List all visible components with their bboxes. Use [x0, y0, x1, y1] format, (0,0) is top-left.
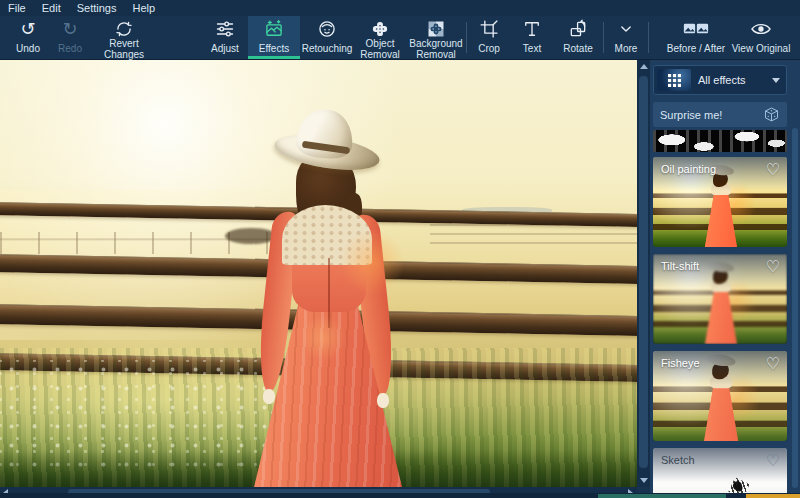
view-controls: Before / After View Original [664, 16, 794, 59]
adjust-button[interactable]: Adjust [202, 16, 248, 59]
redo-icon: ↻ [62, 20, 77, 38]
toolbar-separator [648, 22, 649, 53]
favorite-heart-icon[interactable]: ♡ [766, 451, 780, 470]
more-button[interactable]: More [604, 16, 648, 59]
toolbar: ↺ Undo ↻ Redo Revert Changes [0, 16, 800, 60]
photo-woman-cuff [263, 389, 275, 404]
patch-icon [370, 19, 390, 39]
menu-file[interactable]: File [8, 2, 26, 14]
favorite-heart-icon[interactable]: ♡ [766, 160, 780, 179]
undo-button[interactable]: ↺ Undo [6, 16, 50, 59]
effect-card-sketch[interactable]: Sketch ♡ [653, 448, 787, 498]
redo-button[interactable]: ↻ Redo [50, 16, 90, 59]
dice-icon [763, 106, 780, 123]
effects-button[interactable]: Effects [248, 16, 300, 59]
effect-card-tilt-shift[interactable]: Tilt-shift ♡ [653, 254, 787, 344]
revert-changes-button[interactable]: Revert Changes [90, 16, 158, 59]
partial-save-button[interactable] [746, 494, 800, 498]
canvas-vertical-scrollbar[interactable] [637, 60, 650, 487]
photo-editor-window: File Edit Settings Help ↺ Undo ↻ Redo Re… [0, 0, 800, 498]
category-selected-label: All effects [698, 74, 765, 86]
scroll-down-arrow-icon[interactable] [640, 478, 648, 483]
panel-scrollbar[interactable] [792, 128, 798, 493]
grid-icon [668, 74, 681, 87]
crop-button[interactable]: Crop [467, 16, 511, 59]
adjust-sliders-icon [214, 19, 236, 39]
menu-bar: File Edit Settings Help [0, 0, 800, 16]
effect-card-oil-painting[interactable]: Oil painting ♡ [653, 157, 787, 247]
object-removal-button[interactable]: Object Removal [354, 16, 406, 59]
favorite-heart-icon[interactable]: ♡ [766, 354, 780, 373]
revert-icon [114, 19, 134, 39]
retouching-face-icon [317, 19, 337, 39]
effects-category-dropdown[interactable]: All effects [653, 65, 787, 95]
photo-lens-flare [300, 315, 346, 361]
menu-settings[interactable]: Settings [77, 2, 117, 14]
photo-woman [240, 108, 410, 487]
dropdown-caret-icon [772, 78, 780, 83]
crop-icon [479, 19, 499, 39]
effect-card-fisheye[interactable]: Fisheye ♡ [653, 351, 787, 441]
vertical-scroll-thumb[interactable] [639, 76, 648, 468]
panel-scroll-thumb[interactable] [792, 128, 798, 488]
menu-help[interactable]: Help [132, 2, 155, 14]
effect-name: Oil painting [661, 163, 716, 175]
effects-picture-icon [263, 19, 285, 39]
effect-name: Sketch [661, 454, 695, 466]
rotate-icon [568, 19, 588, 39]
view-original-button[interactable]: View Original [728, 16, 794, 59]
category-thumbnail [657, 69, 691, 91]
eye-icon [750, 19, 772, 39]
photo-woman-cuff [377, 393, 389, 408]
surprise-me-button[interactable]: Surprise me! [653, 102, 787, 127]
photo-lens-flare [338, 228, 406, 296]
favorite-heart-icon[interactable]: ♡ [766, 257, 780, 276]
before-after-button[interactable]: Before / After [664, 16, 728, 59]
partial-effect-thumbnail[interactable] [653, 130, 787, 152]
chevron-down-icon [616, 19, 636, 39]
effects-panel: All effects Surprise me! [650, 60, 800, 498]
effect-name: Fisheye [661, 357, 700, 369]
background-patch-icon [426, 19, 446, 39]
background-removal-button[interactable]: Background Removal [406, 16, 466, 59]
before-after-icon [683, 19, 709, 39]
undo-icon: ↺ [20, 20, 35, 38]
retouching-button[interactable]: Retouching [300, 16, 354, 59]
partial-teal-button[interactable] [598, 494, 726, 498]
rotate-button[interactable]: Rotate [553, 16, 603, 59]
text-button[interactable]: Text [511, 16, 553, 59]
text-icon [522, 19, 542, 39]
menu-edit[interactable]: Edit [42, 2, 61, 14]
window-bottom-bar [0, 493, 800, 498]
scroll-up-arrow-icon[interactable] [640, 64, 648, 69]
canvas-photo [0, 60, 637, 487]
effect-name: Tilt-shift [661, 260, 699, 272]
